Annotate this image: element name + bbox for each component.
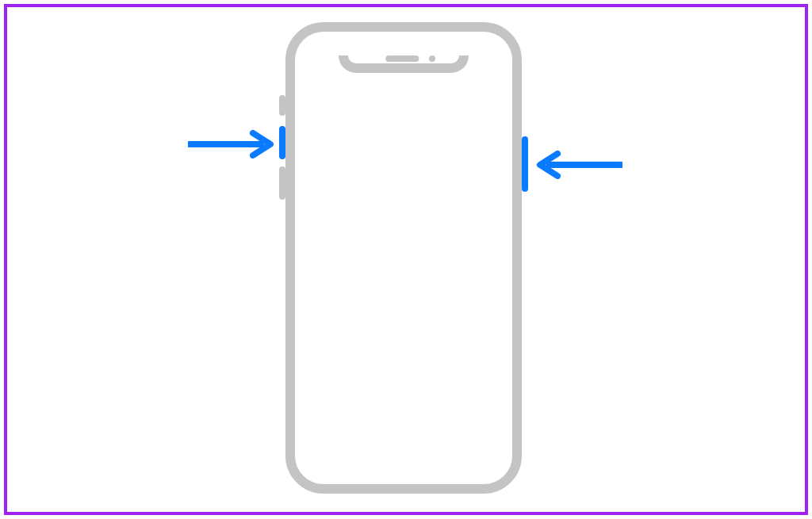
arrow-right-icon [188,130,275,162]
notch-cover [331,44,477,55]
phone-body [285,22,522,494]
speaker-icon [385,55,419,62]
front-camera-icon [429,55,435,62]
side-button [522,136,528,192]
volume-down-button [279,166,285,200]
phone-outline [285,22,522,494]
volume-up-button [279,126,285,159]
arrow-left-icon [535,151,622,182]
mute-switch-button [279,95,285,116]
iphone-diagram [0,0,812,519]
